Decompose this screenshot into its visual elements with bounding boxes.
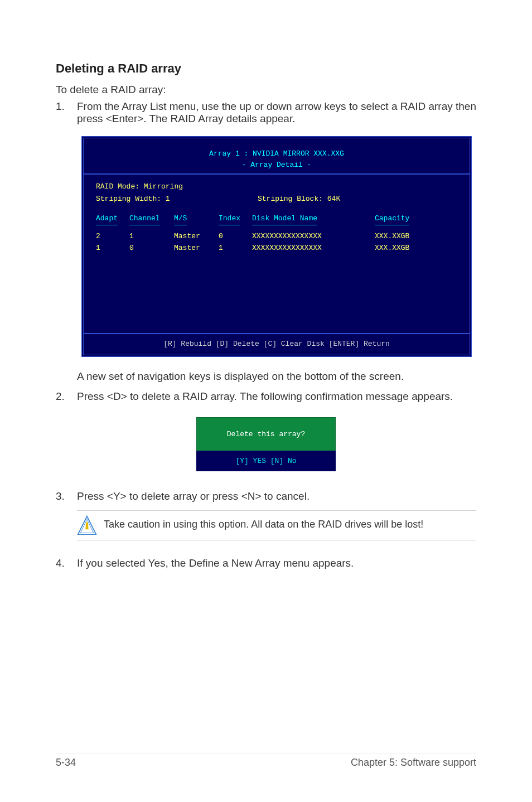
step-2-text: Press <D> to delete a RAID array. The fo… [77, 390, 476, 403]
dialog-question: Delete this array? [196, 417, 336, 451]
terminal-striping-row: Striping Width: 1 Striping Block: 64K [96, 194, 457, 205]
dialog-options: [Y] YES [N] No [196, 451, 336, 471]
row1-adapt: 1 [96, 243, 129, 254]
hdr-channel: Channel [129, 213, 174, 225]
row1-model: XXXXXXXXXXXXXXXX [252, 243, 375, 254]
confirmation-dialog-image: Delete this array? [Y] YES [N] No [56, 417, 476, 471]
nav-keys-text: A new set of navigation keys is displaye… [77, 370, 476, 383]
hdr-capacity-label: Capacity [375, 213, 409, 225]
caution-text: Take caution in using this option. All d… [104, 515, 423, 530]
intro-text: To delete a RAID array: [56, 84, 476, 96]
spacer [96, 255, 457, 327]
terminal-striping-block: Striping Block: 64K [258, 194, 457, 205]
chapter-label: Chapter 5: Software support [351, 757, 476, 769]
terminal-body: RAID Mode: Mirroring Striping Width: 1 S… [84, 181, 470, 333]
hdr-model-label: Disk Model Name [252, 213, 317, 225]
row1-index: 1 [219, 243, 252, 254]
row1-cap: XXX.XXGB [375, 243, 431, 254]
row0-channel: 1 [129, 231, 174, 242]
terminal-screenshot: Array 1 : NVIDIA MIRROR XXX.XXG - Array … [56, 136, 476, 357]
step-3: 3. Press <Y> to delete array or press <N… [56, 490, 476, 503]
hdr-adapt-label: Adapt [96, 213, 118, 225]
section-title: Deleting a RAID array [56, 61, 476, 76]
terminal-header-line2: - Array Detail - [84, 160, 470, 171]
step-2: 2. Press <D> to delete a RAID array. The… [56, 390, 476, 403]
row0-model: XXXXXXXXXXXXXXXX [252, 231, 375, 242]
step-3-text: Press <Y> to delete array or press <N> t… [77, 490, 476, 503]
step-1: 1. From the Array List menu, use the up … [56, 100, 476, 125]
confirmation-dialog: Delete this array? [Y] YES [N] No [196, 417, 336, 471]
warning-icon [77, 515, 97, 535]
hdr-adapt: Adapt [96, 213, 129, 225]
terminal-header-line1: Array 1 : NVIDIA MIRROR XXX.XXG [84, 148, 470, 160]
step-4-num: 4. [56, 557, 77, 569]
hdr-ms-label: M/S [174, 213, 187, 225]
step-3-num: 3. [56, 490, 77, 503]
row0-index: 0 [219, 231, 252, 242]
terminal-striping-width: Striping Width: 1 [96, 194, 258, 205]
step-4-text: If you selected Yes, the Define a New Ar… [77, 557, 476, 569]
hdr-ms: M/S [174, 213, 219, 225]
terminal-row-1: 1 0 Master 1 XXXXXXXXXXXXXXXX XXX.XXGB [96, 243, 457, 254]
row1-channel: 0 [129, 243, 174, 254]
terminal-col-headers: Adapt Channel M/S Index Disk Model Name … [96, 213, 457, 225]
terminal-raid-mode: RAID Mode: Mirroring [96, 181, 457, 192]
caution-note: Take caution in using this option. All d… [77, 510, 476, 540]
hdr-capacity: Capacity [375, 213, 431, 225]
spacer [96, 205, 457, 213]
hdr-index: Index [219, 213, 252, 225]
row0-cap: XXX.XXGB [375, 231, 431, 242]
terminal-window: Array 1 : NVIDIA MIRROR XXX.XXG - Array … [81, 136, 472, 357]
row1-ms: Master [174, 243, 219, 254]
page-number: 5-34 [56, 757, 76, 769]
page-footer: 5-34 Chapter 5: Software support [56, 753, 476, 769]
hdr-model: Disk Model Name [252, 213, 375, 225]
terminal-row-0: 2 1 Master 0 XXXXXXXXXXXXXXXX XXX.XXGB [96, 231, 457, 242]
nav-keys-note: A new set of navigation keys is displaye… [56, 370, 476, 383]
spacer [96, 226, 457, 231]
step-4: 4. If you selected Yes, the Define a New… [56, 557, 476, 569]
step-2-num: 2. [56, 390, 77, 403]
terminal-footer: [R] Rebuild [D] Delete [C] Clear Disk [E… [84, 333, 470, 348]
row0-adapt: 2 [96, 231, 129, 242]
hdr-channel-label: Channel [129, 213, 160, 225]
row0-ms: Master [174, 231, 219, 242]
step-1-text: From the Array List menu, use the up or … [77, 100, 476, 125]
step-1-num: 1. [56, 100, 77, 125]
hdr-index-label: Index [219, 213, 240, 225]
spacer [56, 370, 77, 383]
terminal-header: Array 1 : NVIDIA MIRROR XXX.XXG - Array … [84, 145, 470, 175]
